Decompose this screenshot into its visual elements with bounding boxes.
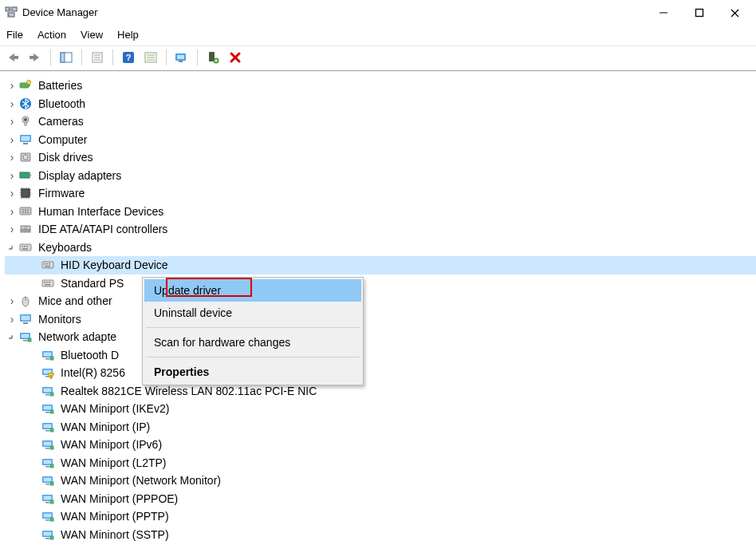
add-legacy-hardware-button[interactable] xyxy=(203,49,222,66)
network-adapter-icon xyxy=(41,421,54,433)
svg-rect-85 xyxy=(44,388,52,392)
tree-node-hid-keyboard-device[interactable]: HID Keyboard Device xyxy=(5,256,756,274)
svg-point-51 xyxy=(25,227,27,229)
svg-rect-73 xyxy=(22,334,30,338)
toolbar-separator xyxy=(166,49,167,65)
svg-point-48 xyxy=(27,211,29,213)
tree-node-net-ikev2[interactable]: WAN Miniport (IKEv2) xyxy=(5,400,756,418)
chevron-down-icon[interactable]: › xyxy=(4,239,20,255)
network-adapter-icon xyxy=(41,474,54,487)
chevron-right-icon[interactable]: › xyxy=(6,295,18,306)
chevron-right-icon[interactable]: › xyxy=(6,188,18,199)
tree-node-disk-drives[interactable]: ›Disk drives xyxy=(5,148,756,167)
chevron-right-icon[interactable]: › xyxy=(6,206,18,217)
svg-rect-114 xyxy=(45,519,49,521)
tree-node-firmware[interactable]: ›Firmware xyxy=(5,184,756,203)
context-menu-uninstall-device[interactable]: Uninstall device xyxy=(144,302,361,324)
svg-rect-60 xyxy=(49,263,50,265)
tree-node-net-bluetooth[interactable]: Bluetooth D xyxy=(5,346,756,365)
action-list-button[interactable] xyxy=(141,49,160,66)
tree-node-keyboards[interactable]: ›Keyboards xyxy=(5,239,756,257)
network-adapter-warning-icon: ! xyxy=(41,366,54,379)
chevron-right-icon[interactable]: › xyxy=(6,152,18,163)
battery-icon xyxy=(19,79,32,92)
svg-rect-56 xyxy=(22,248,28,250)
svg-rect-115 xyxy=(50,518,53,521)
properties-button[interactable] xyxy=(88,49,107,66)
svg-point-31 xyxy=(24,118,27,121)
svg-rect-8 xyxy=(30,56,33,59)
chevron-right-icon[interactable]: › xyxy=(6,170,18,181)
tree-node-monitors[interactable]: ›Monitors xyxy=(5,310,756,329)
help-button[interactable]: ? xyxy=(119,49,138,66)
tree-node-label: Computer xyxy=(37,133,89,146)
tree-node-bluetooth[interactable]: ›Bluetooth xyxy=(5,95,756,113)
maximize-button[interactable] xyxy=(681,2,717,24)
context-menu-scan-hardware[interactable]: Scan for hardware changes xyxy=(144,331,361,353)
svg-rect-22 xyxy=(177,55,184,59)
nav-forward-button[interactable] xyxy=(26,49,45,66)
svg-rect-7 xyxy=(14,56,18,59)
device-manager-icon xyxy=(5,6,18,18)
chevron-right-icon[interactable]: › xyxy=(6,314,18,325)
tree-node-ide[interactable]: ›IDE ATA/ATAPI controllers xyxy=(5,220,756,239)
tree-node-network-adapters[interactable]: ›Network adapte xyxy=(5,328,756,346)
minimize-button[interactable] xyxy=(645,2,681,24)
tree-node-net-pppoe[interactable]: WAN Miniport (PPPOE) xyxy=(5,490,756,508)
nav-back-button[interactable] xyxy=(3,49,22,66)
tree-node-net-sstp[interactable]: WAN Mininort (SSTP) xyxy=(5,526,756,542)
svg-rect-106 xyxy=(45,484,49,485)
svg-rect-50 xyxy=(21,230,30,232)
toolbar-separator xyxy=(112,49,113,65)
network-adapter-icon xyxy=(19,330,32,343)
scan-hardware-button[interactable] xyxy=(172,49,191,66)
menu-file[interactable]: File xyxy=(6,29,23,41)
tree-node-net-netmon[interactable]: WAN Miniport (Network Monitor) xyxy=(5,472,756,490)
tree-node-mice[interactable]: ›Mice and other xyxy=(5,292,756,310)
tree-node-label: IDE ATA/ATAPI controllers xyxy=(37,223,169,235)
uninstall-device-button[interactable] xyxy=(226,49,245,66)
chevron-right-icon[interactable]: › xyxy=(6,116,18,127)
menu-help[interactable]: Help xyxy=(117,29,139,41)
tree-node-net-pptp[interactable]: WAN Miniport (PPTP) xyxy=(5,507,756,526)
tree-node-label: WAN Miniport (PPTP) xyxy=(59,510,171,523)
tree-node-hid[interactable]: ›Human Interface Devices xyxy=(5,203,756,221)
chevron-right-icon[interactable]: › xyxy=(6,223,18,235)
svg-rect-55 xyxy=(26,246,28,247)
tree-node-batteries[interactable]: ›Batteries xyxy=(5,77,756,95)
svg-rect-109 xyxy=(44,496,52,500)
tree-node-standard-ps2[interactable]: Standard PS xyxy=(5,274,756,293)
firmware-icon xyxy=(19,187,32,199)
svg-rect-65 xyxy=(49,282,50,283)
chevron-right-icon[interactable]: › xyxy=(6,134,18,145)
svg-rect-75 xyxy=(28,338,31,342)
close-button[interactable] xyxy=(717,2,753,24)
tree-node-net-ip[interactable]: WAN Miniport (IP) xyxy=(5,418,756,436)
chevron-right-icon[interactable]: › xyxy=(6,98,18,109)
toolbar-separator xyxy=(81,49,82,65)
context-menu-update-driver[interactable]: Update driver xyxy=(144,279,361,302)
tree-node-net-intel[interactable]: !Intel(R) 8256 xyxy=(5,364,756,382)
svg-rect-93 xyxy=(44,424,52,428)
menu-view[interactable]: View xyxy=(81,29,103,41)
tree-node-display-adapters[interactable]: ›Display adapters xyxy=(5,167,756,185)
menu-action[interactable]: Action xyxy=(37,29,66,41)
svg-point-43 xyxy=(22,209,24,211)
tree-node-cameras[interactable]: ›Cameras xyxy=(5,113,756,131)
context-menu-separator xyxy=(146,327,360,328)
tree-node-label: WAN Miniport (L2TP) xyxy=(59,456,168,469)
tree-node-net-ipv6[interactable]: WAN Miniport (IPv6) xyxy=(5,436,756,454)
chevron-down-icon[interactable]: › xyxy=(4,329,20,345)
chevron-right-icon[interactable]: › xyxy=(6,80,18,91)
tree-node-net-l2tp[interactable]: WAN Miniport (L2TP) xyxy=(5,454,756,472)
network-adapter-icon xyxy=(41,528,54,541)
tree-node-label: Keyboards xyxy=(37,241,93,254)
show-hide-console-tree-button[interactable] xyxy=(57,49,76,66)
svg-rect-34 xyxy=(22,136,30,140)
tree-node-net-realtek[interactable]: Realtek 8821CE Wireless LAN 802.11ac PCI… xyxy=(5,382,756,401)
device-tree[interactable]: ›Batteries ›Bluetooth ›Cameras ›Computer… xyxy=(0,77,756,541)
tree-node-computer[interactable]: ›Computer xyxy=(5,131,756,149)
context-menu-properties[interactable]: Properties xyxy=(144,361,361,383)
svg-rect-54 xyxy=(24,246,26,247)
svg-point-44 xyxy=(25,209,26,211)
